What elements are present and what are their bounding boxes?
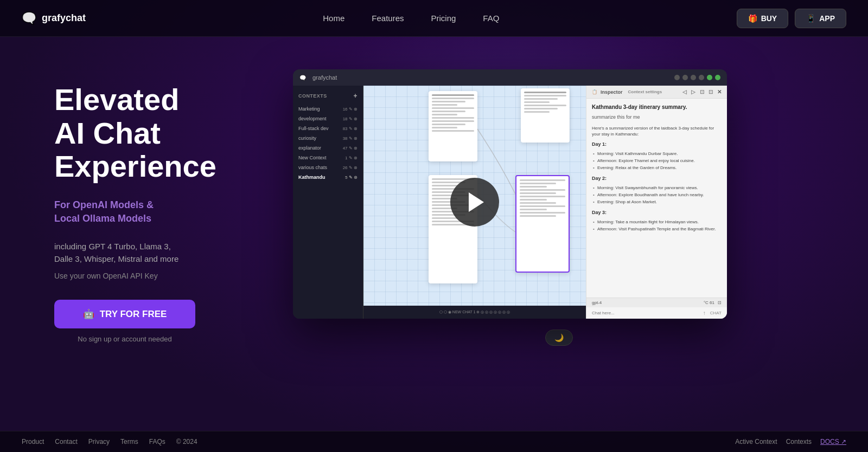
footer-active-context[interactable]: Active Context [735,438,777,445]
footer-faqs[interactable]: FAQs [149,438,165,445]
hero-api-note: Use your own OpenAI API Key [54,272,260,280]
nav-pricing[interactable]: Pricing [431,14,456,23]
dot-green [707,75,712,80]
token-control[interactable]: ⊡ [718,300,722,305]
dot-4 [699,75,704,80]
sidebar-item-various[interactable]: various chats 26 ✎ ⊗ [293,163,363,172]
try-free-button[interactable]: 🤖 TRY FOR FREE [54,300,195,328]
day2-item3: Evening: Shop at Ason Market. [592,198,722,205]
buy-button[interactable]: 🎁 BUY [737,9,789,28]
sidebar-item-explanator[interactable]: explanator 47 ✎ ⊗ [293,143,363,153]
footer-contexts[interactable]: Contexts [786,438,812,445]
day1-item3: Evening: Relax at the Garden of Dreams. [592,164,722,171]
chat-send-label[interactable]: CHAT [710,311,722,315]
inspector-title: Inspector [601,89,623,95]
day2-item2: Afternoon: Explore Boudhanath and have l… [592,191,722,198]
inspector-query: summarize this for me [592,114,722,120]
traffic-dots [674,75,720,80]
app-inspector: 📋 Inspector Context settings ◁ ▷ ⊡ ⊡ ✕ [586,86,727,319]
footer-terms[interactable]: Terms [120,438,138,445]
footer-product[interactable]: Product [22,438,44,445]
dot-3 [691,75,696,80]
inspector-header: 📋 Inspector Context settings ◁ ▷ ⊡ ⊡ ✕ [586,86,727,99]
app-canvas: ⬡ ⬡ ◉ NEW CHAT 1 ⊕ ◎ ◎ ◎ ◎ ◎ ◎ ◎ [363,86,586,319]
day2-label: Day 2: [592,176,722,181]
app-icon: 📱 [806,14,815,23]
hero-left: ElevatedAI ChatExperience For OpenAI Mod… [54,72,260,343]
footer-right: Active Context Contexts DOCS ↗ [735,438,846,445]
canvas-bottom-bar: ⬡ ⬡ ◉ NEW CHAT 1 ⊕ ◎ ◎ ◎ ◎ ◎ ◎ ◎ [363,306,586,319]
day3-label: Day 3: [592,210,722,215]
footer-contact[interactable]: Contact [55,438,77,445]
robot-icon: 🤖 [83,308,94,320]
nav-home[interactable]: Home [323,14,344,23]
sidebar-header: CONTEXTS + [293,90,363,104]
gift-icon: 🎁 [748,14,757,23]
canvas-nav-icons: ⬡ ⬡ ◉ NEW CHAT 1 ⊕ ◎ ◎ ◎ ◎ ◎ ◎ ◎ [439,310,510,314]
sidebar-item-development[interactable]: development 18 ✎ ⊗ [293,114,363,124]
day3-item1: Morning: Take a mountain flight for Hima… [592,218,722,225]
temp-control[interactable]: °C 61 [704,300,714,305]
model-controls: °C 61 ⊡ [704,300,722,305]
moon-icon: 🌙 [554,333,564,342]
footer-copyright: © 2024 [176,438,197,445]
hero-right: 🗨️ grafychat CONTEXTS + [293,69,825,346]
no-signup-text: No sign up or account needed [54,335,195,343]
inspector-icon: 📋 [592,89,597,94]
inspector-nav-forward[interactable]: ▷ [691,89,695,95]
inspector-context-settings[interactable]: Context settings [628,89,662,94]
play-button[interactable] [450,178,499,227]
nav-faq[interactable]: FAQ [483,14,499,23]
sidebar-item-kathmandu[interactable]: Kathmandu 5 ✎ ⊗ [293,172,363,182]
inspector-model-bar: gpt-4 °C 61 ⊡ [586,298,727,307]
footer: Product Contact Privacy Terms FAQs © 202… [0,431,868,452]
dot-1 [674,75,680,80]
logo-text: grafychat [42,12,86,24]
hero-section: ElevatedAI ChatExperience For OpenAI Mod… [0,37,868,346]
footer-left: Product Contact Privacy Terms FAQs © 202… [22,438,197,445]
day1-item2: Afternoon: Explore Thamel and enjoy loca… [592,157,722,164]
hero-subtitle: For OpenAI Models &Local Ollama Models [54,198,260,225]
logo-icon: 🗨️ [22,11,36,25]
inspector-download[interactable]: ⊡ [709,89,713,95]
canvas-card-4 [515,175,570,273]
hero-title: ElevatedAI ChatExperience [54,83,260,183]
sidebar-item-marketing[interactable]: Marketing 16 ✎ ⊗ [293,104,363,114]
inspector-body: Kathmandu 3-day itinerary summary. summa… [586,99,727,292]
chat-send-button[interactable]: ↑ [703,310,706,316]
day3-item2: Afternoon: Visit Pashupatinath Temple an… [592,225,722,233]
footer-docs[interactable]: DOCS ↗ [820,438,846,445]
nav-actions: 🎁 BUY 📱 APP [737,9,846,28]
inspector-footer: gpt-4 °C 61 ⊡ ↑ CHAT [586,298,727,319]
navbar: 🗨️ grafychat Home Features Pricing FAQ 🎁… [0,0,868,37]
dark-mode-toggle[interactable]: 🌙 [545,330,573,346]
sidebar-item-new-context[interactable]: New Context 1 ✎ ⊗ [293,153,363,163]
sidebar-item-fullstack[interactable]: Full-stack dev 83 ✎ ⊗ [293,124,363,133]
titlebar-icon: 🗨️ [299,75,306,81]
nav-links: Home Features Pricing FAQ [323,14,499,23]
app-body: CONTEXTS + Marketing 16 ✎ ⊗ development … [293,86,727,319]
app-button[interactable]: 📱 APP [795,9,846,28]
app-window: 🗨️ grafychat CONTEXTS + [293,69,727,319]
hero-models-text: including GPT 4 Turbo, Llama 3,Dalle 3, … [54,241,260,265]
app-titlebar: 🗨️ grafychat [293,69,727,86]
nav-features[interactable]: Features [372,14,404,23]
sidebar-add-button[interactable]: + [354,92,358,100]
day1-item1: Morning: Visit Kathmandu Durbar Square. [592,150,722,157]
inspector-day1: Day 1: Morning: Visit Kathmandu Durbar S… [592,141,722,171]
inspector-close[interactable]: ✕ [717,89,722,95]
canvas-card-1 [429,91,477,162]
footer-privacy[interactable]: Privacy [88,438,110,445]
dark-mode-toggle-area: 🌙 [293,330,825,346]
sidebar-item-curiosity[interactable]: curiosity 38 ✎ ⊗ [293,133,363,143]
inspector-doc-title: Kathmandu 3-day itinerary summary. [592,104,722,110]
logo[interactable]: 🗨️ grafychat [22,11,86,25]
inspector-day2: Day 2: Morning: Visit Swayambhunath for … [592,176,722,205]
chat-input-row: ↑ CHAT [586,307,727,319]
day1-label: Day 1: [592,141,722,147]
dot-green-2 [715,75,720,80]
chat-input[interactable] [592,311,699,315]
dot-2 [682,75,688,80]
inspector-nav-back[interactable]: ◁ [682,89,687,95]
inspector-share[interactable]: ⊡ [700,89,704,95]
